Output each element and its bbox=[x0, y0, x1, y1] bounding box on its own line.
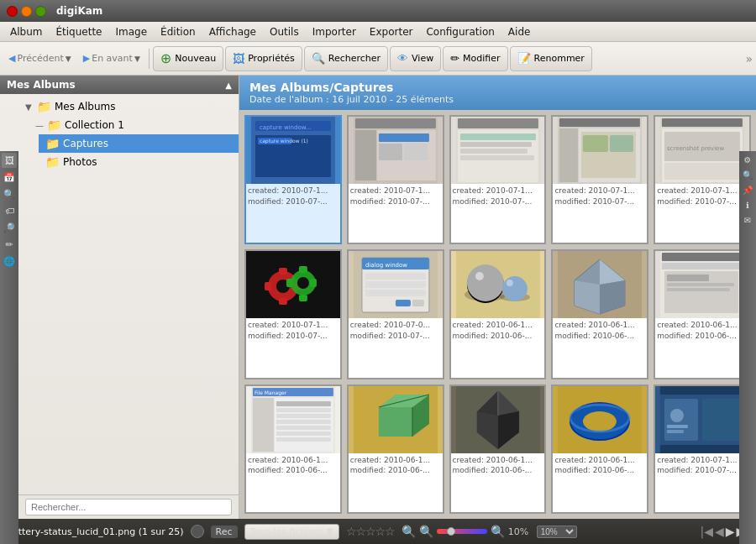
sidebar-item-photos[interactable]: 📁 Photos bbox=[39, 153, 239, 171]
photo-created-3: created: 2010-07-1... bbox=[453, 186, 543, 196]
svg-rect-84 bbox=[276, 420, 331, 424]
zoom-slider[interactable] bbox=[437, 529, 487, 534]
web-icon[interactable]: 🌐 bbox=[2, 254, 17, 269]
minimize-button[interactable] bbox=[21, 6, 32, 17]
photo-item-2[interactable]: created: 2010-07-1... modified: 2010-07-… bbox=[347, 115, 444, 244]
photo-item-6[interactable]: created: 2010-07-1... modified: 2010-07-… bbox=[244, 249, 342, 379]
photo-item-15[interactable]: created: 2010-07-1... modified: 2010-07-… bbox=[654, 384, 751, 514]
menu-configuration[interactable]: Configuration bbox=[419, 24, 501, 39]
svg-rect-52 bbox=[365, 281, 426, 288]
svg-rect-71 bbox=[662, 263, 743, 269]
photo-thumb-8 bbox=[451, 251, 545, 318]
right-icon-mail[interactable]: ✉ bbox=[741, 213, 754, 227]
edit-button[interactable]: ✏ Modifier bbox=[443, 46, 507, 71]
photo-created-11: created: 2010-06-1... bbox=[248, 455, 339, 466]
photo-item-11[interactable]: File Manager created: 2010-06-1... modif… bbox=[244, 384, 342, 514]
view-button[interactable]: 👁 View bbox=[390, 46, 441, 71]
menu-etiquette[interactable]: Étiquette bbox=[49, 24, 108, 39]
right-icon-bar: ⚙ 🔍 📌 ℹ ✉ bbox=[739, 151, 756, 544]
back-button[interactable]: ◀ Précédent ▼ bbox=[3, 46, 76, 71]
sidebar-collapse-icon[interactable]: ▲ bbox=[225, 81, 232, 90]
search-input[interactable] bbox=[25, 499, 232, 515]
zoom-icon[interactable]: 🔎 bbox=[2, 220, 17, 235]
filter-dropdown[interactable]: Tous les fichiers ▼ bbox=[244, 524, 339, 540]
photo-modified-13: modified: 2010-06-... bbox=[453, 465, 543, 476]
photo-item-8[interactable]: created: 2010-06-1... modified: 2010-06-… bbox=[449, 249, 547, 379]
svg-rect-87 bbox=[276, 437, 331, 442]
menu-exporter[interactable]: Exporter bbox=[363, 24, 420, 39]
captures-folder-icon: 📁 bbox=[45, 137, 60, 150]
photo-created-12: created: 2010-06-1... bbox=[350, 455, 441, 466]
svg-rect-29 bbox=[662, 118, 743, 127]
pencil-icon[interactable]: ✏ bbox=[2, 237, 17, 252]
maximize-button[interactable] bbox=[35, 6, 46, 17]
photo-item-9[interactable]: created: 2010-06-1... modified: 2010-06-… bbox=[551, 249, 648, 379]
svg-rect-27 bbox=[610, 135, 633, 152]
status-filename: battery-status_lucid_01.png (1 sur 25) bbox=[7, 526, 184, 537]
albums-icon[interactable]: 🖼 bbox=[2, 153, 17, 168]
folder-icon: 📁 bbox=[37, 100, 51, 113]
zoom-out-button[interactable]: 🔍 bbox=[402, 525, 416, 538]
photo-info-6: created: 2010-07-1... modified: 2010-07-… bbox=[246, 318, 340, 343]
menu-aide[interactable]: Aide bbox=[501, 24, 538, 39]
tags-icon[interactable]: 🏷 bbox=[2, 203, 17, 218]
next-page-button[interactable]: ▶ bbox=[726, 525, 735, 538]
prev-page-button[interactable]: ◀ bbox=[715, 525, 724, 538]
right-icon-settings[interactable]: ⚙ bbox=[741, 153, 754, 166]
right-icon-pin[interactable]: 📌 bbox=[741, 183, 754, 196]
menu-image[interactable]: Image bbox=[109, 24, 155, 39]
calendar-icon[interactable]: 📅 bbox=[2, 170, 17, 185]
svg-rect-38 bbox=[279, 298, 287, 305]
svg-rect-19 bbox=[459, 149, 527, 154]
photo-item-5[interactable]: screenshot preview created: 2010-07-1...… bbox=[654, 115, 751, 244]
photo-item-4[interactable]: created: 2010-07-1... modified: 2010-07-… bbox=[551, 115, 648, 244]
menu-edition[interactable]: Édition bbox=[154, 24, 202, 39]
new-button[interactable]: ⊕ Nouveau bbox=[153, 46, 223, 71]
properties-button[interactable]: 🖼 Propriétés bbox=[225, 46, 302, 71]
photo-thumb-4 bbox=[553, 117, 647, 184]
photo-modified-6: modified: 2010-07-... bbox=[248, 331, 339, 342]
sidebar-item-captures[interactable]: 📁 Captures bbox=[39, 134, 239, 153]
toolbar-expand[interactable]: » bbox=[745, 52, 753, 65]
search2-icon[interactable]: 🔍 bbox=[2, 186, 17, 201]
photo-item-10[interactable]: created: 2010-06-1... modified: 2010-06-… bbox=[654, 249, 751, 379]
forward-dropdown-icon[interactable]: ▼ bbox=[134, 55, 140, 63]
zoom-dropdown[interactable]: 10%25%50%100% bbox=[537, 526, 577, 538]
svg-rect-39 bbox=[265, 282, 271, 290]
right-icon-info[interactable]: ℹ bbox=[741, 198, 754, 212]
expand-icon-2: — bbox=[35, 121, 44, 130]
zoom-in-button[interactable]: 🔍 bbox=[419, 525, 433, 538]
rename-button[interactable]: 📝 Renommer bbox=[510, 46, 592, 71]
back-dropdown-icon[interactable]: ▼ bbox=[66, 55, 71, 63]
sidebar-item-mes-albums[interactable]: ▼ 📁 Mes Albums bbox=[18, 97, 239, 116]
svg-rect-82 bbox=[276, 408, 331, 412]
photo-item-14[interactable]: created: 2010-06-1... modified: 2010-06-… bbox=[551, 384, 648, 514]
photo-item-3[interactable]: created: 2010-07-1... modified: 2010-07-… bbox=[449, 115, 547, 244]
svg-rect-11 bbox=[379, 133, 429, 142]
photo-modified-11: modified: 2010-06-... bbox=[248, 465, 339, 476]
photo-item-12[interactable]: created: 2010-06-1... modified: 2010-06-… bbox=[347, 384, 444, 514]
menu-album[interactable]: Album bbox=[3, 24, 49, 39]
photo-thumb-14 bbox=[553, 386, 647, 453]
right-icon-search[interactable]: 🔍 bbox=[741, 168, 754, 181]
photo-modified-2: modified: 2010-07-... bbox=[350, 196, 441, 207]
close-button[interactable] bbox=[7, 6, 18, 17]
star-rating[interactable]: ☆☆☆☆☆ bbox=[346, 525, 395, 538]
svg-point-60 bbox=[475, 272, 483, 280]
menu-outils[interactable]: Outils bbox=[263, 24, 306, 39]
filter-label: Tous les fichiers bbox=[250, 526, 323, 537]
forward-button[interactable]: ▶ En avant ▼ bbox=[78, 46, 145, 71]
menu-affichage[interactable]: Affichage bbox=[202, 24, 263, 39]
photo-item-7[interactable]: dialog window created: 2010-07-0... modi… bbox=[347, 249, 444, 379]
first-page-button[interactable]: |◀ bbox=[700, 525, 712, 538]
photo-modified-7: modified: 2010-07-... bbox=[350, 331, 441, 342]
photo-item-1[interactable]: capture window...capture window (1) crea… bbox=[244, 115, 342, 244]
svg-rect-46 bbox=[310, 279, 317, 287]
zoom-slider-thumb[interactable] bbox=[447, 527, 455, 536]
photo-info-15: created: 2010-07-1... modified: 2010-07-… bbox=[655, 453, 749, 478]
photo-item-13[interactable]: created: 2010-06-1... modified: 2010-06-… bbox=[449, 384, 547, 514]
sidebar-item-collection1[interactable]: — 📁 Collection 1 bbox=[29, 116, 239, 134]
svg-rect-111 bbox=[667, 430, 684, 433]
search-button[interactable]: 🔍 Rechercher bbox=[304, 46, 388, 71]
menu-importer[interactable]: Importer bbox=[306, 24, 363, 39]
